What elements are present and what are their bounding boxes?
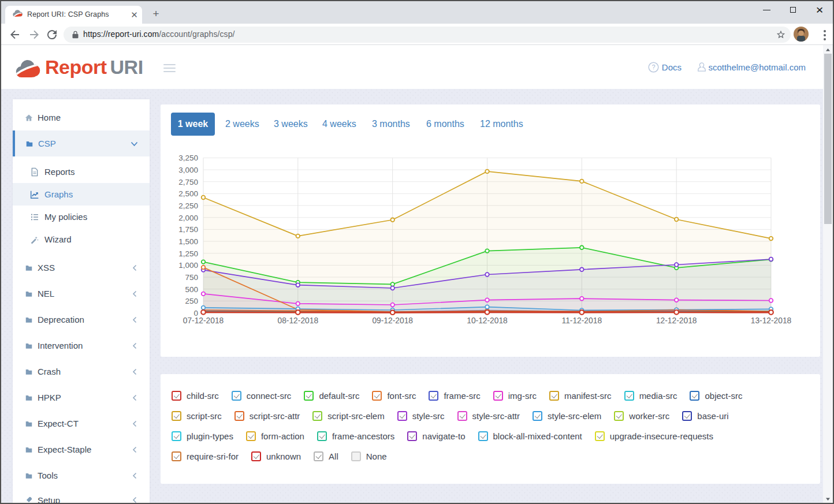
svg-text:1,750: 1,750 xyxy=(178,225,198,234)
svg-text:08-12-2018: 08-12-2018 xyxy=(278,316,319,325)
svg-text:2,750: 2,750 xyxy=(178,178,198,186)
svg-text:1,500: 1,500 xyxy=(178,237,198,246)
svg-text:13-12-2018: 13-12-2018 xyxy=(751,316,792,325)
svg-text:3,250: 3,250 xyxy=(178,154,198,162)
svg-text:750: 750 xyxy=(185,273,198,282)
svg-text:500: 500 xyxy=(185,285,198,294)
svg-text:2,500: 2,500 xyxy=(178,189,198,198)
svg-text:1,000: 1,000 xyxy=(178,261,198,270)
svg-text:2,000: 2,000 xyxy=(178,214,198,222)
svg-text:10-12-2018: 10-12-2018 xyxy=(467,316,508,325)
svg-text:12-12-2018: 12-12-2018 xyxy=(656,316,697,325)
svg-text:09-12-2018: 09-12-2018 xyxy=(372,316,413,325)
svg-text:2,250: 2,250 xyxy=(178,201,198,210)
svg-text:?: ? xyxy=(652,64,656,70)
svg-text:11-12-2018: 11-12-2018 xyxy=(562,316,602,325)
svg-text:1,250: 1,250 xyxy=(178,249,198,258)
svg-text:250: 250 xyxy=(185,297,198,305)
svg-text:3,000: 3,000 xyxy=(178,166,198,174)
svg-text:07-12-2018: 07-12-2018 xyxy=(183,316,224,325)
